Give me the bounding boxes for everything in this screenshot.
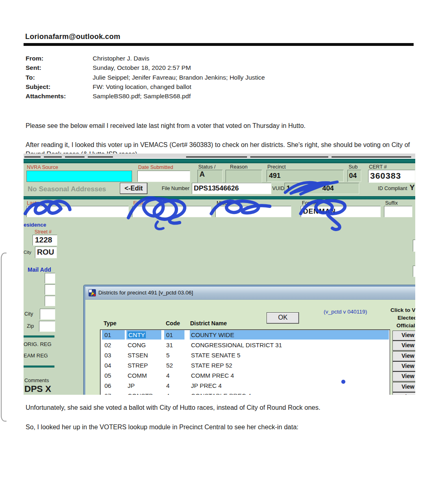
ok-button[interactable]: OK [267,312,299,324]
tab-mark [332,156,411,158]
district-row[interactable]: 02 CONG 31 CONGRESSIONAL DISTRICT 31 [100,340,390,350]
sub-field[interactable]: 04 [347,170,361,182]
email-page: Lorionafarm@outlook.com From: Christophe… [0,0,438,504]
district-row[interactable]: 06 JP 4 JP PREC 4 [100,381,390,391]
selected-cell: CNTY [128,331,146,338]
tab-mark [65,156,85,158]
sent-label: Sent: [26,64,41,71]
view-officials-header: Click to View Elected Officials [382,306,415,329]
suffix-label: Suffix [385,200,398,206]
view-button[interactable]: View [392,351,415,361]
mail-address-label: Mail Add [28,266,51,273]
zip-field[interactable] [39,321,55,332]
header-row-from: From: Christopher J. Davis [26,55,391,64]
reason-label: Reason [230,164,247,170]
to-value: Julie Seippel; Jenifer Favreau; Brandon … [93,74,265,81]
district-row[interactable]: 04 STREP 52 STATE REP 52 [100,360,390,370]
dialog-app-icon [89,289,96,296]
orig-reg-label: ORIG. REG [24,341,52,347]
mail-city-field[interactable] [40,309,55,320]
vuid-field[interactable]: 1 404 [284,183,359,194]
sub-label: Sub [349,164,358,170]
paragraph-3: Unfortunately, she said she voted a ball… [26,403,412,412]
file-number-field[interactable]: DPS13546626 [192,183,271,194]
header-row-attachments: Attachments: SampleBS80.pdf; SampleBS68.… [26,93,391,102]
margin-annotation-line [1,253,7,422]
date-submitted-label: Date Submitted [138,164,173,170]
view-button[interactable]: View [392,341,415,351]
district-type-number: 04 [102,361,125,370]
residence-label: esidence [24,222,46,228]
precinct-label: Precinct [267,164,286,170]
suffix-field[interactable] [384,206,412,217]
district-name: STATE REP 52 [190,361,389,370]
tab-mark [186,156,247,158]
header-divider [24,43,414,46]
first-name-field[interactable] [132,206,211,217]
district-type-code: CONG [126,340,161,350]
former-name-field[interactable]: DENMAN [301,206,381,217]
district-code: 4 [164,381,184,390]
district-row[interactable]: 01 CNTY 01 COUNTY WIDE [100,330,390,340]
status-field[interactable]: A [197,170,223,183]
last-name-field[interactable] [26,206,129,217]
district-name: STATE SENATE 5 [190,350,389,360]
view-button[interactable]: View [392,372,415,382]
view-button[interactable]: View [392,331,415,341]
vuid-fragment: 404 [292,184,334,192]
version-text: (v_pctd v 040119) [313,309,378,315]
no-seasonal-label: No Seasonal Addresses [28,185,106,193]
cert-label: CERT # [369,164,387,170]
id-compliant-value: Y [410,183,415,192]
column-header-code: Code [166,320,180,327]
district-type-number: 02 [102,340,125,350]
tab-mark [24,156,41,158]
column-header-district: District Name [190,320,227,327]
district-code: 52 [164,361,184,370]
districts-table[interactable]: 01 CNTY 01 COUNTY WIDE 02 CONG 31 CONGRE… [100,329,390,395]
tab-mark [44,156,62,158]
district-name: CONSTABLE PREC 4 [190,391,389,395]
view-button[interactable]: View [392,361,415,372]
sent-value: Sunday, October 18, 2020 2:57 PM [93,64,191,71]
zip-label: Zip [27,323,34,329]
status-value: A [198,170,205,178]
attachments-value: SampleBS80.pdf; SampleBS68.pdf [93,93,191,100]
date-submitted-field[interactable] [137,171,190,182]
middle-name-field[interactable] [215,206,291,217]
team-reg-label: EAM REG [24,353,48,359]
res-city-label: City [24,250,31,255]
section-divider [24,335,54,337]
paragraph-4: So, I looked her up in the VOTERS lookup… [26,422,412,432]
status-label: Status / [198,164,215,170]
vuid-fragment: 1 [286,184,290,192]
district-type-code: COMM [126,371,161,380]
dialog-title-bar[interactable]: Districts for precinct 491 [v_pctd 03.06… [85,287,415,300]
district-row[interactable]: 05 COMM 4 COMM PREC 4 [100,370,390,381]
view-button[interactable]: View [392,392,415,395]
first-name-label: First [133,200,143,206]
nvra-source-label: NVRA Source [27,164,58,170]
subject-label: Subject: [26,83,50,91]
view-button[interactable]: View [392,382,415,392]
reason-field[interactable] [226,170,262,183]
to-label: To: [26,74,35,81]
district-name: COUNTY WIDE [190,330,389,340]
from-value: Christopher J. Davis [93,55,150,62]
tab-mark [250,156,328,158]
district-row[interactable]: 03 STSEN 5 STATE SENATE 5 [100,350,390,360]
edit-button[interactable]: <-Edit [120,183,147,194]
cert-field[interactable]: 360383 [368,170,415,183]
district-code: 31 [164,340,184,350]
mail-city-label: City [24,311,33,317]
district-name: COMM PREC 4 [190,371,389,380]
nvra-source-field[interactable] [26,171,132,182]
precinct-field[interactable]: 491 [267,170,344,182]
dialog-title: Districts for precinct 491 [v_pctd 03.06… [98,290,193,296]
teal-header-bar [24,159,415,163]
file-number-label: File Number [162,186,189,191]
header-row-to: To: Julie Seippel; Jenifer Favreau; Bran… [26,74,391,83]
district-row[interactable]: 07 CONSTB 4 CONSTABLE PREC 4 [100,391,390,395]
tab-mark [88,156,113,158]
last-name-label: Last [27,200,37,206]
